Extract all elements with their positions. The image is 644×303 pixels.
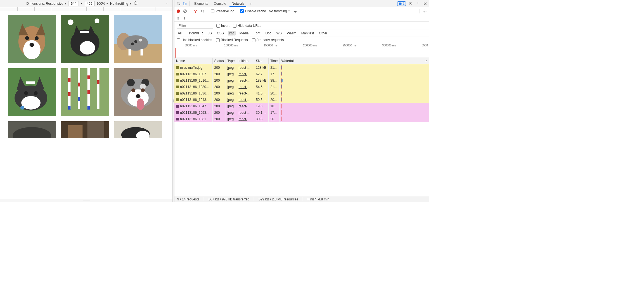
- height-input[interactable]: [84, 1, 95, 6]
- type-filter-all[interactable]: All: [177, 31, 183, 35]
- close-icon[interactable]: [423, 1, 428, 6]
- search-icon[interactable]: [200, 9, 205, 13]
- table-row[interactable]: n02113186_1030.jpg200jpegreact-dom…54.5 …: [174, 84, 429, 90]
- grid-image[interactable]: [61, 121, 109, 138]
- cell-waterfall: [280, 77, 429, 84]
- network-throttling-dropdown[interactable]: No throttling ▼: [269, 9, 290, 13]
- type-filter-doc[interactable]: Doc: [264, 31, 272, 35]
- col-waterfall[interactable]: Waterfall▲: [280, 58, 429, 64]
- svg-rect-36: [87, 68, 90, 109]
- cell-initiator[interactable]: react-dom…: [237, 77, 254, 84]
- table-row[interactable]: n02113186_10431.jpg200jpegreact-dom…50.5…: [174, 96, 429, 103]
- width-input[interactable]: [68, 1, 79, 6]
- type-filter-wasm[interactable]: Wasm: [286, 31, 297, 35]
- issues-badge[interactable]: 1: [397, 1, 406, 6]
- type-filter-img[interactable]: Img: [228, 31, 236, 35]
- table-row[interactable]: miss-muffin.jpg200jpegreact-dom…128 kB21…: [174, 64, 429, 71]
- table-row[interactable]: n02113186_1016.jpg200jpegreact-dom…189 k…: [174, 77, 429, 84]
- network-conditions-icon[interactable]: [293, 9, 297, 13]
- type-filter-fetchxhr[interactable]: Fetch/XHR: [185, 31, 204, 35]
- devtools-tabs: Elements Console Network » 1 ⋮: [174, 0, 429, 7]
- cell-status: 200: [212, 77, 226, 84]
- cell-initiator[interactable]: react-dom…: [237, 64, 254, 71]
- grid-image[interactable]: [8, 121, 56, 138]
- cell-initiator[interactable]: react-dom…: [237, 96, 254, 103]
- more-options-icon[interactable]: ⋮: [164, 1, 170, 6]
- import-har-icon[interactable]: ⬆: [177, 16, 179, 20]
- grid-image[interactable]: [61, 15, 109, 63]
- record-icon[interactable]: [177, 10, 180, 13]
- timeline-tick: 3500: [422, 44, 428, 47]
- preserve-log-checkbox[interactable]: Preserve log: [211, 9, 234, 13]
- filter-icon[interactable]: [193, 9, 198, 13]
- type-filter-manifest[interactable]: Manifest: [300, 31, 315, 35]
- col-name[interactable]: Name: [174, 58, 212, 64]
- grid-image[interactable]: [8, 15, 56, 63]
- timeline-overview[interactable]: 50000 ms100000 ms150000 ms200000 ms25000…: [174, 43, 429, 58]
- third-party-checkbox[interactable]: 3rd-party requests: [252, 38, 284, 42]
- blocked-cookies-checkbox[interactable]: Has blocked cookies: [177, 38, 212, 42]
- hide-data-urls-checkbox[interactable]: Hide data URLs: [233, 24, 261, 28]
- viewport[interactable]: [0, 11, 172, 199]
- type-filter-ws[interactable]: WS: [275, 31, 283, 35]
- tab-network[interactable]: Network: [229, 1, 246, 7]
- more-icon[interactable]: ⋮: [415, 1, 420, 6]
- svg-rect-23: [129, 49, 131, 55]
- sort-asc-icon: ▲: [425, 59, 427, 62]
- resize-handle[interactable]: [0, 199, 172, 202]
- cell-initiator[interactable]: react-dom…: [237, 90, 254, 96]
- zoom-dropdown[interactable]: 100% ▼: [96, 2, 108, 6]
- grid-image[interactable]: [8, 68, 56, 116]
- svg-point-55: [136, 94, 140, 98]
- table-row[interactable]: n02113186_10077.jpg200jpegreact-dom…62.7…: [174, 71, 429, 77]
- cell-initiator[interactable]: react-dom…: [237, 103, 254, 109]
- tab-more[interactable]: »: [247, 1, 254, 7]
- throttling-dropdown[interactable]: No throttling ▼: [110, 2, 132, 6]
- col-size[interactable]: Size: [254, 58, 269, 64]
- cell-status: 200: [212, 71, 226, 77]
- type-filter-media[interactable]: Media: [238, 31, 250, 35]
- grid-image[interactable]: [61, 68, 109, 116]
- dimensions-dropdown[interactable]: Dimensions: Responsive ▼: [26, 2, 67, 6]
- col-status[interactable]: Status: [212, 58, 226, 64]
- file-icon: [176, 98, 179, 101]
- settings-icon[interactable]: [408, 1, 413, 6]
- cell-size: 41.5 …: [254, 90, 269, 96]
- col-type[interactable]: Type: [226, 58, 237, 64]
- grid-image[interactable]: [114, 15, 162, 63]
- invert-checkbox[interactable]: Invert: [216, 24, 229, 28]
- col-initiator[interactable]: Initiator: [237, 58, 254, 64]
- tab-console[interactable]: Console: [212, 1, 228, 7]
- table-row[interactable]: n02113186_10361.jpg200jpegreact-dom…41.5…: [174, 90, 429, 96]
- cell-initiator[interactable]: react-dom…: [237, 84, 254, 90]
- svg-rect-60: [68, 125, 83, 138]
- type-filter-other[interactable]: Other: [318, 31, 328, 35]
- blocked-requests-checkbox[interactable]: Blocked Requests: [216, 38, 248, 42]
- cell-initiator[interactable]: react-dom…: [237, 109, 254, 116]
- cell-initiator[interactable]: react-dom…: [237, 116, 254, 122]
- type-filter-css[interactable]: CSS: [216, 31, 225, 35]
- col-time[interactable]: Time: [269, 58, 280, 64]
- table-row[interactable]: n02113186_10475.jpg200jpegreact-dom…19.8…: [174, 103, 429, 109]
- device-toggle-icon[interactable]: [182, 1, 187, 6]
- grid-image[interactable]: [114, 121, 162, 138]
- type-filter-font[interactable]: Font: [252, 31, 261, 35]
- device-toolbar: Dimensions: Responsive ▼ × 100% ▼ No thr…: [0, 0, 172, 7]
- grid-image[interactable]: [114, 68, 162, 116]
- cell-initiator[interactable]: react-dom…: [237, 71, 254, 77]
- table-row[interactable]: n02113186_10535.jpg200jpegreact-dom…30.1…: [174, 109, 429, 116]
- network-settings-icon[interactable]: [423, 9, 427, 13]
- svg-rect-41: [78, 97, 80, 101]
- rotate-icon[interactable]: [133, 1, 138, 6]
- svg-point-0: [134, 2, 137, 5]
- clear-icon[interactable]: [183, 9, 187, 13]
- cell-size: 189 kB: [254, 77, 269, 84]
- svg-rect-24: [141, 49, 143, 55]
- filter-input[interactable]: [177, 23, 213, 29]
- export-har-icon[interactable]: ⬇: [183, 16, 186, 20]
- inspect-icon[interactable]: [176, 1, 181, 6]
- disable-cache-checkbox[interactable]: Disable cache: [240, 9, 266, 13]
- table-row[interactable]: n02113186_10816.jpg200jpegreact-dom…30.8…: [174, 116, 429, 122]
- type-filter-js[interactable]: JS: [207, 31, 213, 35]
- tab-elements[interactable]: Elements: [192, 1, 210, 7]
